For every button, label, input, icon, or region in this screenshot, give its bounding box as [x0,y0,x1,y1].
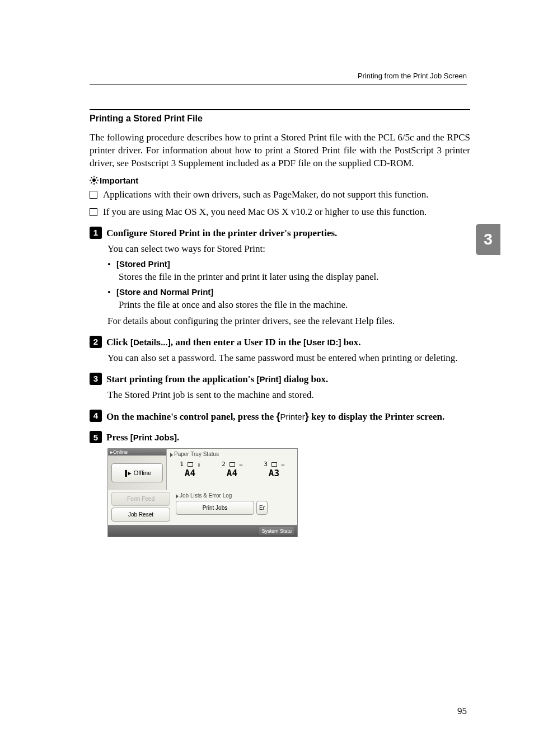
svg-line-6 [96,182,97,184]
important-item-2: If you are using Mac OS X, you need Mac … [90,206,470,219]
tray-3-size: A3 [264,468,284,478]
system-status-button[interactable]: System Statu [259,527,294,535]
intro-paragraph: The following procedure describes how to… [90,132,470,170]
option-2-label: [Store and Normal Print] [116,287,213,298]
tray-1-size: A4 [180,468,200,478]
job-lists-heading: Job Lists & Error Log [174,490,297,500]
offline-label: Offline [134,469,152,476]
important-icon [90,176,99,185]
step-1-body: You can select two ways for Stored Print… [107,243,470,256]
step-number-4: 4 [90,410,102,422]
system-status-bar: System Statu [108,525,297,537]
step-2-title: Click [Details...], and then enter a Use… [106,336,361,349]
job-lists-text: Job Lists & Error Log [180,492,232,499]
step-3-title: Start printing from the application's [P… [106,373,328,386]
step-1-option-1: • [Stored Print] [107,259,470,270]
step-3-body: The Stored Print job is sent to the mach… [107,389,470,402]
step-3-bold1: [Print] [256,374,281,384]
tray-2-size: A4 [222,468,242,478]
tray-status-heading: Paper Tray Status [168,450,296,458]
triangle-icon [176,494,179,499]
checkbox-icon [90,208,97,216]
header-breadcrumb: Printing from the Print Job Screen [358,72,467,80]
option-1-desc: Stores the file in the printer and print… [119,271,470,283]
step-1-option-2: • [Store and Normal Print] [107,287,470,298]
online-tab: ▸Online [108,449,166,456]
tray-icon [271,462,277,467]
offline-arrow-icon: ▐► [123,470,133,476]
page-number: 95 [457,706,467,717]
step-2-post: box. [341,337,361,348]
step-1: 1 Configure Stored Print in the printer … [90,227,470,240]
bullet-dot: • [107,259,111,270]
bracket-close: } [305,411,309,422]
main-content: Printing a Stored Print File The followi… [90,109,470,537]
error-button[interactable]: Er [256,501,268,515]
svg-line-5 [91,177,92,179]
tray-2-num: 2 [222,461,226,468]
step-5-pre: Press [106,432,130,443]
step-4: 4 On the machine's control panel, press … [90,410,470,423]
step-3: 3 Start printing from the application's … [90,373,470,386]
step-number-1: 1 [90,227,102,239]
bracket-open: { [277,411,280,422]
tray-status-text: Paper Tray Status [174,451,219,457]
step-2-pre: Click [106,337,130,348]
job-reset-button[interactable]: Job Reset [111,508,170,522]
tray-2: 2 ▭ A4 [222,461,242,478]
tray-3: 3 ▭ A3 [264,461,284,478]
step-5: 5 Press [Print Jobs]. [90,431,470,444]
chapter-tab: 3 [476,224,500,255]
step-number-5: 5 [90,431,102,443]
print-jobs-button[interactable]: Print Jobs [176,501,254,515]
header-divider [90,84,467,84]
step-number-2: 2 [90,336,102,348]
tray-3-num: 3 [264,461,268,468]
step-3-post: dialog box. [282,374,329,384]
tray-row: 1 ▯ A4 2 ▭ A4 3 ▭ A3 [168,458,296,486]
step-4-pre: On the machine's control panel, press th… [106,411,277,422]
svg-line-7 [91,182,92,184]
step-4-title: On the machine's control panel, press th… [106,410,444,423]
step-3-pre: Start printing from the application's [106,374,256,384]
offline-button[interactable]: ▐►Offline [111,463,163,482]
step-5-bold1: [Print Jobs] [130,433,177,442]
printer-panel-screenshot: ▸Online ▐►Offline Paper Tray Status 1 ▯ … [107,448,298,537]
step-4-key: Printer [280,412,305,421]
tray-icon [229,462,235,467]
important-text-1: Applications with their own drivers, suc… [103,189,470,201]
step-1-footer: For details about configuring the printe… [107,315,470,328]
form-feed-button: Form Feed [111,492,170,506]
section-title: Printing a Stored Print File [90,109,470,124]
important-item-1: Applications with their own drivers, suc… [90,189,470,201]
bullet-dot: • [107,287,111,298]
important-heading: Important [90,176,470,185]
step-5-title: Press [Print Jobs]. [106,431,179,444]
step-5-post: . [177,432,179,443]
option-1-label: [Stored Print] [116,259,170,270]
important-text-2: If you are using Mac OS X, you need Mac … [103,206,470,219]
triangle-icon [170,453,173,457]
tray-icon [188,462,193,467]
step-2-mid: , and then enter a User ID in the [171,337,303,348]
tray-1: 1 ▯ A4 [180,461,200,478]
important-label-text: Important [100,176,138,185]
checkbox-icon [90,191,97,199]
step-2-bold1: [Details...] [130,337,171,347]
option-2-desc: Prints the file at once and also stores … [119,299,470,311]
step-2-bold2: [User ID:] [303,337,341,347]
step-number-3: 3 [90,373,102,385]
step-1-title: Configure Stored Print in the printer dr… [106,227,337,240]
svg-line-8 [96,177,97,179]
svg-point-0 [92,179,96,182]
step-2-body: You can also set a password. The same pa… [107,352,470,365]
step-4-post: key to display the Printer screen. [309,411,445,422]
tray-1-num: 1 [180,461,184,468]
step-2: 2 Click [Details...], and then enter a U… [90,336,470,349]
